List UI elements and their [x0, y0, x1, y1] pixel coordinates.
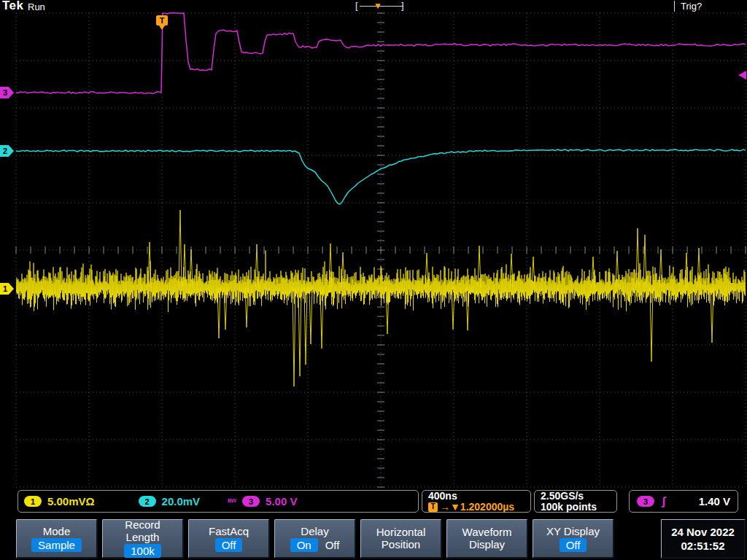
- time-label: 02:51:52: [681, 540, 724, 552]
- record-length-value: 100k: [124, 544, 161, 558]
- trigger-slope-icon: ʃ: [662, 494, 666, 509]
- acquisition-status: Run: [28, 1, 45, 12]
- delay-readout: →▼1.202000µs: [440, 502, 514, 512]
- menu-label-display: Display: [469, 539, 505, 551]
- ch3-badge: 3: [242, 496, 260, 507]
- ch1-scale-readout: 5.00mVΩ: [47, 495, 95, 508]
- channel-readouts-box: 1 5.00mVΩ 2 20.0mV ᴮᵂ 3 5.00 V: [18, 490, 419, 513]
- record-length-readout: 100k points: [541, 502, 597, 512]
- menu-label-fastacq: FastAcq: [209, 526, 249, 537]
- svg-text:T: T: [160, 16, 165, 25]
- menu-label-xy-display: XY Display: [546, 526, 600, 537]
- record-view-trigger-marker-icon: ▼: [374, 1, 382, 11]
- mode-value: Sample: [31, 538, 82, 552]
- bandwidth-limit-icon: ᴮᵂ: [228, 497, 236, 506]
- menu-label-horizontal: Horizontal: [376, 526, 426, 538]
- menu-label-delay: Delay: [301, 526, 328, 537]
- graticule: T: [0, 0, 747, 519]
- readout-row: 1 5.00mVΩ 2 20.0mV ᴮᵂ 3 5.00 V 400ns T →…: [0, 490, 747, 514]
- record-view-left-bracket: [: [355, 0, 358, 11]
- tek-logo: Tek: [2, 0, 24, 13]
- ch2-badge: 2: [139, 496, 156, 507]
- ch2-scale-readout: 20.0mV: [162, 495, 201, 508]
- menu-label-length: Length: [126, 532, 160, 543]
- record-view-right-bracket: ]: [401, 0, 404, 11]
- fastacq-value: Off: [215, 538, 243, 552]
- menu-button-waveform-display[interactable]: Waveform Display: [446, 519, 528, 559]
- menu-label-mode: Mode: [43, 526, 71, 537]
- menu-button-delay[interactable]: Delay On Off: [274, 519, 356, 559]
- trigger-source-badge: 3: [637, 496, 654, 507]
- delay-on-value: On: [290, 538, 318, 552]
- menu-button-fastacq[interactable]: FastAcq Off: [188, 519, 270, 559]
- datetime-box: 24 Nov 2022 02:51:52: [661, 519, 746, 559]
- menu-button-record-length[interactable]: Record Length 100k: [102, 519, 184, 559]
- menu-button-xy-display[interactable]: XY Display Off: [533, 519, 614, 559]
- menu-label-record: Record: [125, 519, 160, 531]
- menu-label-waveform: Waveform: [462, 526, 512, 538]
- ch1-badge: 1: [24, 496, 42, 507]
- acquisition-box: 2.50GS/s 100k points: [534, 490, 617, 513]
- sample-rate-readout: 2.50GS/s: [541, 491, 584, 501]
- trigger-status: Trig?: [674, 1, 702, 12]
- date-label: 24 Nov 2022: [671, 526, 735, 538]
- ch3-scale-readout: 5.00 V: [266, 495, 297, 508]
- trigger-readout-box: 3 ʃ 1.40 V: [629, 490, 738, 513]
- soft-menu: Mode Sample Record Length 100k FastAcq O…: [16, 519, 614, 559]
- trigger-t-icon: T: [428, 502, 438, 512]
- trigger-level-readout: 1.40 V: [699, 495, 730, 508]
- menu-button-mode[interactable]: Mode Sample: [16, 519, 98, 559]
- menu-button-horizontal-position[interactable]: Horizontal Position: [360, 519, 442, 559]
- timebase-readout: 400ns: [428, 491, 457, 501]
- timebase-box: 400ns T →▼1.202000µs: [422, 490, 531, 513]
- xy-display-value: Off: [560, 538, 587, 552]
- delay-off-value: Off: [325, 539, 340, 551]
- top-bar: Tek Run [ ] ▼ Trig?: [0, 0, 747, 13]
- menu-label-position: Position: [382, 539, 420, 551]
